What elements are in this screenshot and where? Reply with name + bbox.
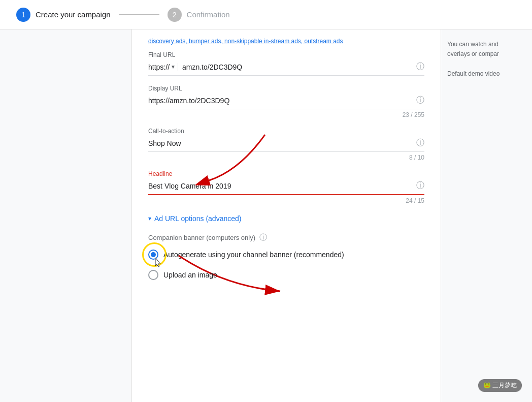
display-url-row: https://amzn.to/2DC3D9Q ⓘ: [148, 95, 424, 109]
final-url-input[interactable]: amzn.to/2DC3D9Q: [182, 63, 412, 71]
ad-url-options: ▾ Ad URL options (advanced): [148, 214, 424, 223]
cta-input[interactable]: Shop Now: [148, 139, 412, 147]
cta-section: Call-to-action Shop Now ⓘ 8 / 10: [148, 128, 424, 161]
ad-url-options-toggle[interactable]: ▾ Ad URL options (advanced): [148, 214, 424, 223]
right-panel-text1: You can watch and: [447, 40, 526, 49]
cta-row: Shop Now ⓘ: [148, 138, 424, 152]
cta-help-icon[interactable]: ⓘ: [416, 138, 424, 148]
form-area: discovery ads, bumper ads, non-skippable…: [132, 29, 441, 402]
step-1-circle: 1: [16, 8, 30, 22]
companion-help-icon[interactable]: ⓘ: [259, 233, 267, 242]
display-url-help-icon[interactable]: ⓘ: [416, 95, 424, 106]
final-url-row: https:// ▼ amzn.to/2DC3D9Q ⓘ: [148, 61, 424, 76]
cta-char-count: 8 / 10: [148, 154, 424, 161]
display-url-label: Display URL: [148, 85, 424, 92]
chevron-down-icon: ▾: [148, 215, 151, 222]
top-navigation-bar: 1 Create your campaign 2 Confirmation: [0, 0, 532, 29]
headline-row: Best Vlog Camera in 2019 ⓘ: [148, 180, 424, 195]
display-url-input[interactable]: https://amzn.to/2DC3D9Q: [148, 97, 412, 105]
final-url-label: Final URL: [148, 51, 424, 58]
watermark: 🐸 三月萝吃: [478, 379, 522, 392]
headline-input[interactable]: Best Vlog Camera in 2019: [148, 182, 412, 190]
right-panel: You can watch and overlays or compar Def…: [441, 29, 532, 402]
companion-banner-label: Companion banner (computers only): [148, 234, 255, 241]
url-scheme-selector[interactable]: https:// ▼: [148, 63, 178, 71]
ad-url-options-label: Ad URL options (advanced): [154, 214, 241, 223]
step-2-circle: 2: [168, 8, 182, 22]
step-2: 2 Confirmation: [168, 8, 230, 22]
upload-label: Upload an image: [163, 271, 217, 279]
right-panel-text4: Default demo video: [447, 69, 526, 79]
right-panel-text2: overlays or compar: [447, 49, 526, 59]
final-url-help-icon[interactable]: ⓘ: [416, 61, 424, 72]
companion-banner-section: Companion banner (computers only) ⓘ Auto…: [148, 233, 424, 280]
companion-banner-header: Companion banner (computers only) ⓘ: [148, 233, 424, 242]
step-2-label: Confirmation: [187, 10, 230, 19]
watermark-text: 三月萝吃: [492, 382, 517, 389]
headline-char-count: 24 / 15: [148, 197, 424, 204]
watermark-icon: 🐸: [483, 382, 492, 389]
url-scheme-caret-icon: ▼: [171, 64, 176, 70]
url-scheme-text: https://: [148, 63, 170, 71]
headline-help-icon[interactable]: ⓘ: [416, 180, 424, 191]
final-url-section: Final URL https:// ▼ amzn.to/2DC3D9Q ⓘ: [148, 51, 424, 76]
display-url-char-count: 23 / 255: [148, 111, 424, 118]
main-content: discovery ads, bumper ads, non-skippable…: [0, 29, 532, 402]
form-inner: discovery ads, bumper ads, non-skippable…: [132, 29, 441, 302]
upload-image-radio-option[interactable]: Upload an image: [148, 270, 424, 280]
upload-radio-button[interactable]: [148, 270, 158, 280]
step-1: 1 Create your campaign: [16, 8, 111, 22]
headline-section: Headline Best Vlog Camera in 2019 ⓘ 24 /…: [148, 170, 424, 204]
headline-label: Headline: [148, 170, 424, 177]
display-url-section: Display URL https://amzn.to/2DC3D9Q ⓘ 23…: [148, 85, 424, 118]
step-divider: [119, 14, 159, 15]
left-sidebar: [0, 29, 132, 402]
step-1-label: Create your campaign: [36, 10, 111, 19]
hint-text: discovery ads, bumper ads, non-skippable…: [148, 29, 424, 51]
cta-label: Call-to-action: [148, 128, 424, 135]
